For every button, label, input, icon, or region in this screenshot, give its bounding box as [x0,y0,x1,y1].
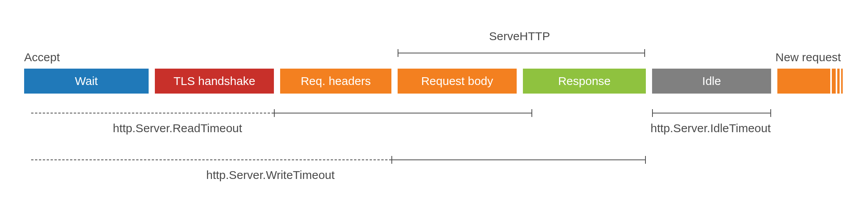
accept-label: Accept [24,51,60,64]
read-timeout-bracket [31,109,532,117]
new-request-stripes [832,69,843,94]
phase-idle: Idle [652,69,771,94]
phase-new-request [777,69,830,94]
read-timeout-label: http.Server.ReadTimeout [113,122,242,135]
idle-timeout-label: http.Server.IdleTimeout [651,122,771,135]
servehttp-bracket [398,49,645,57]
write-timeout-bracket [31,156,646,164]
phase-response: Response [523,69,646,94]
phase-tls: TLS handshake [155,69,274,94]
phase-req-headers: Req. headers [280,69,391,94]
phase-req-body: Request body [398,69,517,94]
phase-wait: Wait [24,69,149,94]
servehttp-label: ServeHTTP [489,30,550,43]
write-timeout-label: http.Server.WriteTimeout [206,168,335,182]
new-request-label: New request [775,51,841,64]
idle-timeout-bracket [652,109,771,117]
